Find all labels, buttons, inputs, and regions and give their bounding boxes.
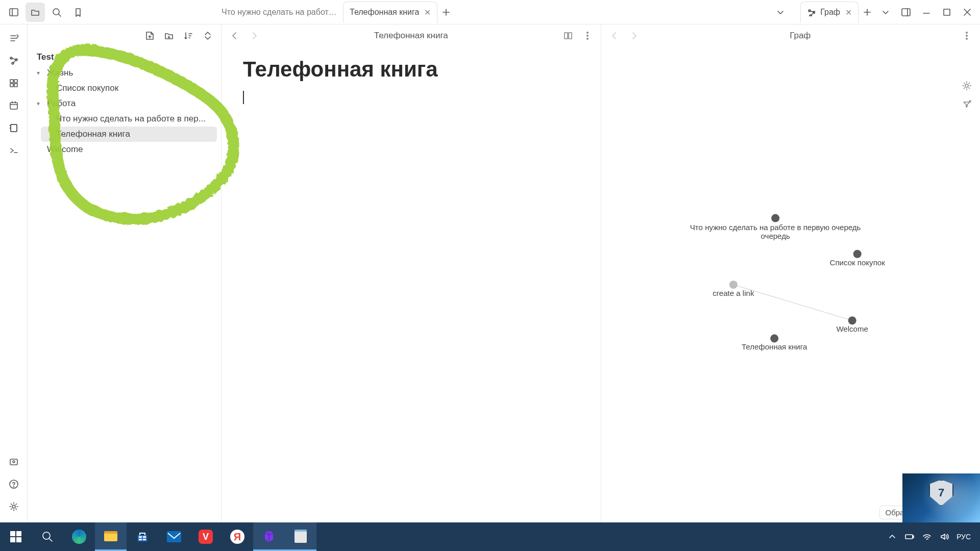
toggle-left-sidebar-button[interactable] [4, 3, 23, 22]
editor-body[interactable]: Телефонная книга [222, 47, 601, 522]
tab-graph[interactable]: Граф ✕ [800, 2, 859, 23]
tray-wifi-icon[interactable] [922, 532, 932, 542]
svg-rect-70 [913, 536, 914, 538]
sort-button[interactable] [180, 28, 197, 44]
svg-rect-0 [10, 9, 18, 16]
pane-title[interactable]: Граф [645, 31, 956, 41]
tab-active-editor[interactable]: Телефонная книга ✕ [343, 2, 437, 23]
svg-rect-69 [905, 535, 913, 539]
bookmarks-button[interactable] [68, 3, 88, 22]
graph-node-label: Что нужно сделать на работе в первую оче… [690, 223, 861, 232]
daily-note-button[interactable] [4, 96, 23, 115]
tree-file-welcome[interactable]: Welcome [32, 142, 217, 157]
help-button[interactable] [4, 474, 23, 494]
tab-label: Граф [820, 8, 840, 17]
tray-battery-icon[interactable] [904, 532, 915, 542]
graph-node-label: Телефонная книга [742, 342, 807, 351]
tray-chevron-icon[interactable] [887, 532, 897, 542]
taskbar-obsidian[interactable] [253, 522, 285, 551]
more-options-button[interactable] [579, 28, 596, 44]
tree-label: Welcome [47, 144, 83, 155]
svg-rect-59 [16, 531, 21, 536]
tab-label: Что нужно сделать на работе... [222, 8, 337, 17]
close-icon[interactable]: ✕ [424, 8, 431, 17]
tree-folder-work[interactable]: ▾ Работа [32, 96, 217, 111]
reading-mode-button[interactable] [560, 28, 576, 44]
tree-label: Жизнь [47, 68, 73, 78]
svg-rect-61 [16, 537, 21, 542]
taskbar-edge[interactable] [63, 522, 95, 551]
tree-file-shopping[interactable]: Список покупок [41, 81, 217, 96]
tab-dropdown-right[interactable] [876, 3, 895, 22]
graph-filter-button[interactable] [959, 96, 975, 112]
tray-language[interactable]: РУС [957, 533, 971, 541]
nav-forward-button[interactable] [246, 28, 262, 44]
settings-button[interactable] [4, 497, 23, 516]
picture-in-picture-overlay[interactable]: 7 [902, 473, 980, 522]
graph-settings-button[interactable] [959, 78, 975, 94]
pane-title[interactable]: Телефонная книга [265, 31, 557, 41]
tree-file-phonebook[interactable]: Телефонная книга [41, 127, 217, 142]
main: Test ▾ Жизнь Список покупок ▾ Работа Что… [0, 24, 980, 522]
svg-rect-64 [139, 536, 142, 538]
svg-rect-68 [167, 531, 181, 542]
canvas-button[interactable] [4, 73, 23, 93]
more-options-button[interactable] [959, 28, 975, 44]
taskbar-yandex[interactable]: Я [222, 522, 253, 551]
tree-label: Список покупок [56, 83, 118, 93]
minimize-button[interactable] [917, 3, 936, 22]
svg-rect-58 [10, 531, 15, 536]
svg-rect-32 [11, 124, 17, 132]
svg-point-38 [13, 487, 14, 487]
taskbar-explorer[interactable] [95, 522, 127, 551]
svg-point-52 [729, 281, 737, 289]
svg-rect-25 [14, 80, 17, 83]
tree-folder-life[interactable]: ▾ Жизнь [32, 65, 217, 81]
svg-rect-24 [10, 80, 13, 83]
nav-back-button[interactable] [606, 28, 623, 44]
svg-line-63 [50, 539, 52, 541]
tab-inactive-1[interactable]: Что нужно сделать на работе... [215, 2, 343, 23]
templates-button[interactable] [4, 118, 23, 138]
document-title[interactable]: Телефонная книга [243, 57, 579, 82]
svg-point-36 [13, 461, 15, 463]
taskbar-store[interactable] [127, 522, 158, 551]
graph-view-button[interactable] [4, 51, 23, 70]
tree-file-todo[interactable]: Что нужно сделать на работе в пер... [41, 111, 217, 127]
collapse-button[interactable] [200, 28, 216, 44]
tray-volume-icon[interactable] [939, 532, 949, 542]
vault-button[interactable] [4, 452, 23, 471]
tree-label: Телефонная книга [56, 129, 130, 139]
editor-pane: Телефонная книга Телефонная книга [222, 24, 601, 522]
tree-label: Работа [47, 98, 76, 109]
taskbar-vivaldi[interactable]: V [190, 522, 222, 551]
search-taskbar-button[interactable] [32, 522, 63, 551]
file-explorer-sidebar: Test ▾ Жизнь Список покупок ▾ Работа Что… [28, 24, 222, 522]
window-close-button[interactable] [958, 3, 977, 22]
new-tab-button[interactable] [437, 4, 455, 21]
tab-dropdown-button[interactable] [771, 3, 790, 22]
vault-name[interactable]: Test [32, 49, 217, 65]
close-icon[interactable]: ✕ [845, 8, 852, 17]
new-tab-button-right[interactable] [859, 4, 876, 21]
svg-line-3 [59, 14, 61, 16]
nav-back-button[interactable] [227, 28, 243, 44]
quick-switcher-button[interactable] [4, 29, 23, 48]
file-explorer-button[interactable] [26, 3, 45, 22]
taskbar-mail[interactable] [158, 522, 190, 551]
graph-canvas[interactable]: Что нужно сделать на работе в первую оче… [601, 47, 981, 522]
taskbar-app[interactable] [285, 522, 316, 551]
start-button[interactable] [0, 522, 32, 551]
new-note-button[interactable] [141, 28, 158, 44]
svg-line-10 [811, 12, 814, 16]
search-button[interactable] [47, 3, 66, 22]
toggle-right-sidebar-button[interactable] [896, 3, 916, 22]
graph-body[interactable]: Что нужно сделать на работе в первую оче… [601, 47, 981, 522]
svg-rect-60 [10, 537, 15, 542]
command-palette-button[interactable] [4, 141, 23, 160]
maximize-button[interactable] [937, 3, 957, 22]
svg-rect-65 [143, 536, 146, 538]
svg-rect-28 [10, 103, 17, 109]
nav-forward-button[interactable] [626, 28, 642, 44]
new-folder-button[interactable] [161, 28, 177, 44]
